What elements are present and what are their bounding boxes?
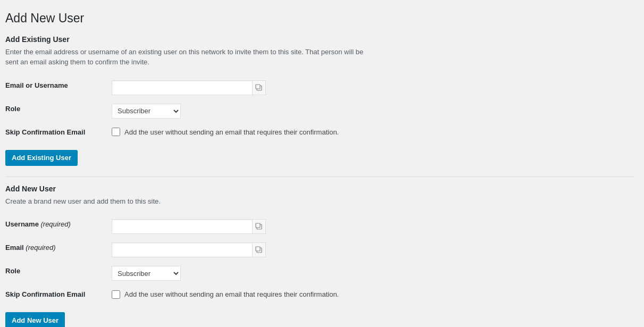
existing-role-label: Role — [5, 99, 112, 123]
username-input-wrapper — [112, 219, 266, 234]
existing-skip-confirmation-row: Skip Confirmation Email Add the user wit… — [5, 123, 404, 141]
email-username-cell — [112, 76, 404, 99]
svg-rect-3 — [256, 223, 260, 228]
svg-rect-5 — [256, 247, 260, 251]
existing-skip-confirmation-checkbox[interactable] — [112, 128, 120, 136]
add-existing-section-description: Enter the email address or username of a… — [5, 47, 378, 68]
page-title: Add New User — [5, 11, 633, 27]
username-required-marker: (required) — [40, 220, 70, 228]
email-username-input-wrapper — [112, 80, 266, 95]
email-label: Email (required) — [5, 238, 112, 262]
email-row: Email (required) — [5, 238, 404, 262]
username-label: Username (required) — [5, 215, 112, 238]
username-cell — [112, 215, 404, 238]
add-new-form-table: Username (required) Email (required) — [5, 215, 404, 304]
add-existing-user-section: Add Existing User Enter the email addres… — [5, 35, 633, 166]
new-skip-confirmation-text: Add the user without sending an email th… — [124, 290, 339, 298]
email-username-label: Email or Username — [5, 76, 112, 99]
username-row: Username (required) — [5, 215, 404, 238]
existing-role-row: Role Subscriber Contributor Author Edito… — [5, 99, 404, 123]
new-role-cell: Subscriber Contributor Author Editor Adm… — [112, 262, 404, 285]
svg-rect-1 — [256, 85, 260, 89]
email-input-wrapper — [112, 242, 266, 257]
new-role-row: Role Subscriber Contributor Author Edito… — [5, 262, 404, 285]
email-input[interactable] — [112, 242, 253, 257]
add-new-section-title: Add New User — [5, 185, 633, 193]
add-existing-section-title: Add Existing User — [5, 35, 633, 44]
existing-skip-confirmation-text: Add the user without sending an email th… — [124, 128, 339, 136]
existing-skip-confirmation-wrapper: Add the user without sending an email th… — [112, 128, 404, 136]
add-existing-form-table: Email or Username Role Subscriber — [5, 76, 404, 141]
add-existing-user-button[interactable]: Add Existing User — [5, 150, 78, 166]
add-new-section-description: Create a brand new user and add them to … — [5, 196, 378, 207]
new-skip-confirmation-wrapper: Add the user without sending an email th… — [112, 290, 404, 299]
new-skip-confirmation-label: Skip Confirmation Email — [5, 285, 112, 304]
existing-role-cell: Subscriber Contributor Author Editor Adm… — [112, 99, 404, 123]
new-role-label: Role — [5, 262, 112, 285]
email-username-input[interactable] — [112, 80, 253, 95]
email-copy-icon — [255, 246, 263, 254]
existing-skip-confirmation-cell: Add the user without sending an email th… — [112, 123, 404, 141]
username-input[interactable] — [112, 219, 253, 234]
existing-role-select[interactable]: Subscriber Contributor Author Editor Adm… — [112, 104, 181, 119]
email-copy-button[interactable] — [252, 242, 266, 257]
existing-skip-confirmation-label: Skip Confirmation Email — [5, 123, 112, 141]
new-skip-confirmation-row: Skip Confirmation Email Add the user wit… — [5, 285, 404, 304]
new-role-select[interactable]: Subscriber Contributor Author Editor Adm… — [112, 266, 181, 281]
username-copy-button[interactable] — [252, 219, 266, 234]
new-skip-confirmation-checkbox[interactable] — [112, 290, 120, 299]
add-new-user-button[interactable]: Add New User — [5, 312, 65, 327]
copy-icon — [255, 84, 263, 91]
email-cell — [112, 238, 404, 262]
new-skip-confirmation-cell: Add the user without sending an email th… — [112, 285, 404, 304]
section-divider — [5, 177, 633, 177]
email-username-copy-button[interactable] — [252, 80, 266, 95]
email-required-marker: (required) — [26, 244, 55, 251]
username-copy-icon — [255, 223, 263, 230]
add-new-user-section: Add New User Create a brand new user and… — [5, 185, 633, 327]
email-username-row: Email or Username — [5, 76, 404, 99]
